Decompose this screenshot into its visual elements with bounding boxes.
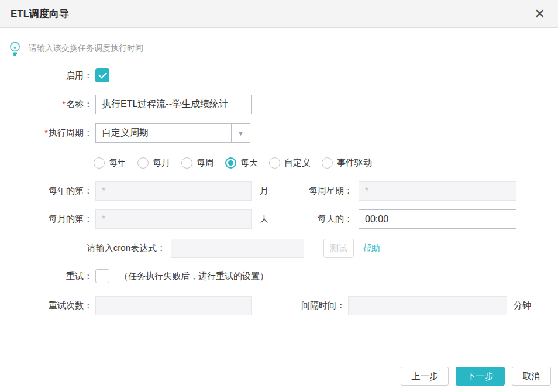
cron-label: 请输入cron表达式： (0, 243, 166, 254)
retry-hint: （任务执行失败后，进行重试的设置） (119, 271, 268, 282)
radio-every-day[interactable]: 每天 (225, 157, 258, 169)
etl-schedule-wizard-dialog: ETL调度向导 ✕ 请输入该交换任务调度执行时间 启用： *名称： *执行周期：… (0, 0, 558, 392)
next-step-button[interactable]: 下一步 (456, 367, 505, 386)
name-label: *名称： (0, 99, 92, 110)
lightbulb-icon (8, 40, 22, 57)
required-asterisk: * (44, 128, 48, 137)
radio-icon[interactable] (322, 157, 333, 169)
footer-actions: 上一步 下一步 取消 (401, 367, 551, 386)
radio-event-driven[interactable]: 事件驱动 (322, 157, 372, 169)
radio-every-month[interactable]: 每月 (137, 157, 170, 169)
interval-label: 间隔时间： (260, 300, 345, 311)
month-day-input (95, 209, 252, 229)
frequency-radio-group: 每年 每月 每周 每天 自定义 事件驱动 (0, 155, 558, 170)
tip-row: 请输入该交换任务调度执行时间 (8, 40, 558, 57)
retry-row: 重试： （任务执行失败后，进行重试的设置） (0, 269, 558, 284)
name-input[interactable] (95, 95, 252, 114)
required-asterisk: * (62, 99, 66, 109)
dialog-header: ETL调度向导 ✕ (0, 0, 558, 28)
year-month-input (95, 181, 252, 201)
dialog-title: ETL调度向导 (11, 7, 69, 20)
retry-label: 重试： (0, 271, 92, 282)
period-label: *执行周期： (0, 128, 92, 139)
tip-text: 请输入该交换任务调度执行时间 (29, 43, 143, 54)
week-day-input (359, 181, 516, 201)
close-icon[interactable]: ✕ (532, 6, 547, 22)
radio-icon[interactable] (269, 157, 280, 169)
name-row: *名称： (0, 95, 558, 114)
chevron-down-icon[interactable]: ▼ (231, 124, 250, 142)
week-day-label: 每周星期： (260, 185, 353, 197)
period-select[interactable]: 自定义周期 ▼ (95, 123, 250, 143)
footer-divider (0, 359, 558, 359)
enable-row: 启用： (0, 68, 558, 82)
radio-icon[interactable] (94, 157, 105, 169)
retry-settings-row: 重试次数： 间隔时间： 分钟 (0, 296, 558, 315)
schedule-row-1: 每年的第： 月 每周星期： (0, 181, 558, 201)
cron-input (171, 239, 304, 258)
year-month-label: 每年的第： (0, 185, 92, 197)
retry-checkbox[interactable] (95, 269, 109, 283)
help-link[interactable]: 帮助 (363, 243, 380, 254)
enable-label: 启用： (0, 70, 92, 81)
cancel-button[interactable]: 取消 (512, 367, 551, 386)
schedule-row-2: 每月的第： 天 每天的： (0, 209, 558, 229)
radio-icon[interactable] (181, 157, 192, 169)
radio-every-week[interactable]: 每周 (181, 157, 214, 169)
cron-row: 请输入cron表达式： 测试 帮助 (0, 239, 558, 258)
prev-step-button[interactable]: 上一步 (401, 367, 449, 386)
radio-every-year[interactable]: 每年 (94, 157, 126, 169)
interval-input (348, 296, 507, 315)
daily-time-input[interactable] (359, 209, 516, 229)
enable-checkbox[interactable] (95, 68, 109, 82)
radio-icon-selected[interactable] (225, 157, 236, 169)
period-row: *执行周期： 自定义周期 ▼ (0, 123, 558, 143)
retry-count-label: 重试次数： (0, 300, 92, 311)
radio-custom[interactable]: 自定义 (269, 157, 311, 169)
month-day-label: 每月的第： (0, 214, 92, 225)
daily-time-label: 每天的： (260, 214, 353, 225)
retry-count-input (95, 296, 252, 315)
radio-icon[interactable] (137, 157, 149, 169)
period-select-value: 自定义周期 (96, 127, 231, 139)
test-button: 测试 (323, 239, 354, 258)
unit-minute: 分钟 (514, 300, 531, 311)
